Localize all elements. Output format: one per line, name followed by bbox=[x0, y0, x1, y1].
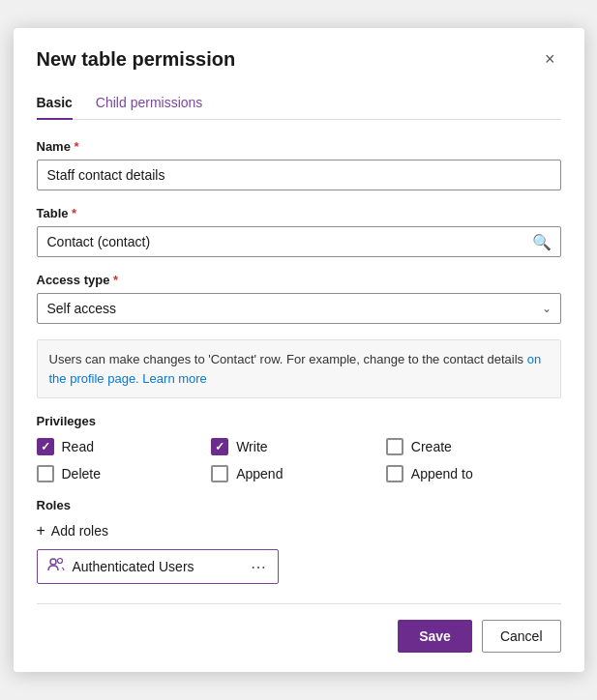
roles-section: Roles + Add roles Authenticated Users ⋯ bbox=[37, 498, 561, 584]
modal-footer: Save Cancel bbox=[37, 603, 561, 653]
add-roles-label: Add roles bbox=[51, 523, 108, 539]
access-type-select-wrapper: Self accessGlobal accessDeep accessLocal… bbox=[37, 293, 561, 324]
info-box: Users can make changes to 'Contact' row.… bbox=[37, 339, 561, 398]
privilege-write: Write bbox=[211, 438, 386, 455]
save-button[interactable]: Save bbox=[398, 620, 472, 653]
privilege-append-checkbox[interactable] bbox=[211, 465, 228, 482]
close-button[interactable]: × bbox=[539, 47, 561, 72]
modal-title: New table permission bbox=[37, 48, 236, 71]
privilege-read-label: Read bbox=[62, 439, 94, 454]
add-roles-button[interactable]: + Add roles bbox=[37, 522, 109, 540]
roles-title: Roles bbox=[37, 498, 561, 512]
role-tag-authenticated-users: Authenticated Users ⋯ bbox=[37, 549, 279, 584]
access-type-select[interactable]: Self accessGlobal accessDeep accessLocal… bbox=[37, 293, 561, 324]
cancel-button[interactable]: Cancel bbox=[482, 620, 561, 653]
privilege-append-to-checkbox[interactable] bbox=[386, 465, 403, 482]
name-required-star: * bbox=[71, 139, 79, 154]
privileges-section: Privileges Read Write Create Delete bbox=[37, 414, 561, 482]
add-icon: + bbox=[37, 522, 45, 540]
access-type-required-star: * bbox=[109, 273, 118, 287]
access-type-label: Access type * bbox=[37, 273, 561, 287]
name-input[interactable] bbox=[37, 160, 561, 190]
privilege-delete-checkbox[interactable] bbox=[37, 465, 54, 482]
privilege-create: Create bbox=[386, 438, 561, 455]
user-group-icon bbox=[47, 557, 65, 576]
privileges-title: Privileges bbox=[37, 414, 561, 428]
privilege-append-label: Append bbox=[236, 466, 283, 481]
table-label: Table * bbox=[37, 206, 561, 220]
info-learn-more-link[interactable]: Learn more bbox=[142, 371, 206, 386]
privileges-grid: Read Write Create Delete Append bbox=[37, 438, 561, 482]
tab-basic[interactable]: Basic bbox=[37, 87, 73, 120]
privilege-create-label: Create bbox=[411, 439, 452, 454]
name-label: Name * bbox=[37, 139, 561, 154]
role-tag-left: Authenticated Users bbox=[47, 557, 194, 576]
modal-container: New table permission × Basic Child permi… bbox=[14, 28, 584, 672]
privilege-append-to-label: Append to bbox=[411, 466, 473, 481]
modal-header: New table permission × bbox=[37, 47, 561, 72]
table-input[interactable] bbox=[37, 226, 561, 257]
name-field-group: Name * bbox=[37, 139, 561, 190]
tab-bar: Basic Child permissions bbox=[37, 87, 561, 120]
table-required-star: * bbox=[69, 206, 77, 220]
role-menu-button[interactable]: ⋯ bbox=[249, 558, 268, 576]
table-input-wrapper: 🔍 bbox=[37, 226, 561, 257]
role-name-label: Authenticated Users bbox=[73, 559, 194, 574]
privilege-append-to: Append to bbox=[386, 465, 561, 482]
privilege-append: Append bbox=[211, 465, 386, 482]
privilege-create-checkbox[interactable] bbox=[386, 438, 403, 455]
privilege-delete: Delete bbox=[37, 465, 212, 482]
svg-point-1 bbox=[57, 559, 62, 564]
svg-point-0 bbox=[50, 559, 56, 565]
privilege-write-checkbox[interactable] bbox=[211, 438, 228, 455]
tab-child-permissions[interactable]: Child permissions bbox=[96, 87, 202, 120]
privilege-read-checkbox[interactable] bbox=[37, 438, 54, 455]
privilege-write-label: Write bbox=[236, 439, 267, 454]
privilege-read: Read bbox=[37, 438, 212, 455]
access-type-field-group: Access type * Self accessGlobal accessDe… bbox=[37, 273, 561, 324]
privilege-delete-label: Delete bbox=[62, 466, 101, 481]
table-field-group: Table * 🔍 bbox=[37, 206, 561, 257]
